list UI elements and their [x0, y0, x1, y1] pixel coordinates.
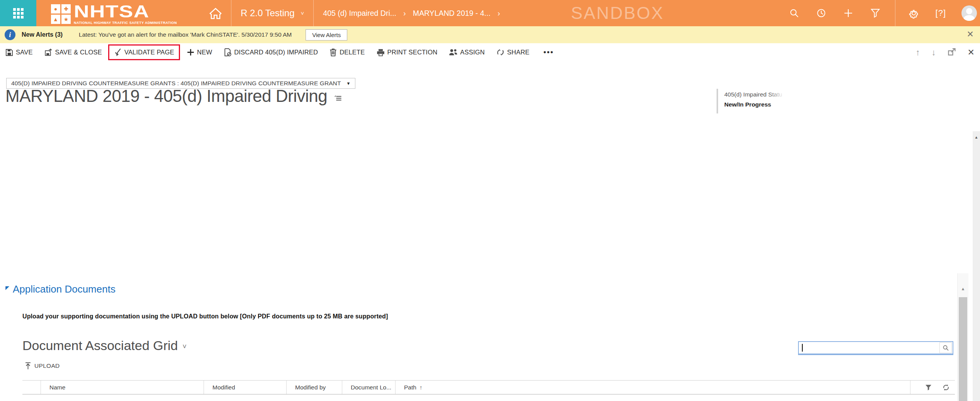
scroll-up-icon[interactable]: ▲	[973, 135, 980, 139]
save-and-close-button[interactable]: SAVE & CLOSE	[44, 48, 102, 56]
chevron-down-icon: ˅	[301, 10, 304, 17]
chevron-right-icon: ›	[403, 9, 406, 18]
scroll-up-icon[interactable]: ▲	[958, 286, 968, 291]
app-name-menu[interactable]: R 2.0 Testing ˅	[241, 8, 304, 19]
user-avatar[interactable]	[961, 5, 977, 21]
save-icon	[5, 49, 13, 56]
validate-icon	[114, 48, 122, 56]
column-header-name[interactable]: Name	[41, 381, 204, 394]
column-header-modified-by[interactable]: Modified by	[286, 381, 342, 394]
column-header-path[interactable]: Path ↑	[395, 381, 452, 394]
document-search-box	[798, 341, 953, 355]
share-button[interactable]: SHARE	[496, 48, 530, 56]
upload-instruction-text: Upload your supporting documentation usi…	[22, 313, 388, 320]
subgrid-scrollbar-thumb[interactable]	[959, 297, 967, 401]
grid-refresh-icon[interactable]	[943, 384, 949, 391]
status-label: 405(d) Impaired Statu	[724, 91, 787, 98]
brand-name: NHTSA	[74, 3, 203, 20]
save-button[interactable]: SAVE	[5, 49, 33, 56]
upload-arrow-icon	[25, 362, 31, 370]
form-selector-icon[interactable]	[333, 95, 342, 103]
trash-icon	[329, 48, 337, 56]
main-form-scrollbar[interactable]: ▲	[973, 131, 980, 401]
alert-close-icon[interactable]: ✕	[967, 29, 974, 39]
nav-divider	[231, 0, 231, 26]
view-alerts-button[interactable]: View Alerts	[306, 29, 347, 41]
popout-icon[interactable]	[948, 47, 956, 58]
subgrid-scrollbar[interactable]: ▲	[957, 273, 968, 401]
new-button[interactable]: NEW	[187, 49, 212, 56]
previous-record-icon[interactable]: ↑	[916, 48, 920, 57]
validate-page-highlight-box: VALIDATE PAGE	[108, 44, 180, 60]
discard-icon	[224, 48, 231, 56]
settings-gear-icon[interactable]	[909, 8, 919, 18]
nhtsa-logo[interactable]: ● ✚ ▲ ★ NHTSA NATIONAL HIGHWAY TRAFFIC S…	[51, 2, 222, 25]
header-status-field: 405(d) Impaired Statu New/In Progress	[717, 89, 787, 113]
table-select-all-column[interactable]	[22, 381, 41, 394]
home-icon[interactable]	[209, 8, 222, 21]
next-record-icon[interactable]: ↓	[932, 48, 936, 57]
breadcrumb-record[interactable]: MARYLAND 2019 - 4...	[413, 9, 491, 18]
subgrid-title: Document Associated Grid	[22, 338, 178, 353]
command-bar-right-icons: ↑ ↓ ✕	[916, 43, 975, 62]
status-value: New/In Progress	[724, 101, 787, 108]
alert-notification-bar: i New Alerts (3) Latest: You've got an a…	[0, 26, 980, 43]
assign-button[interactable]: ASSIGN	[449, 49, 485, 56]
top-navigation-bar: ● ✚ ▲ ★ NHTSA NATIONAL HIGHWAY TRAFFIC S…	[0, 0, 980, 26]
nav-icons: [?]	[789, 0, 980, 26]
documents-table-header: Name Modified Modified by Document Lo...…	[22, 380, 955, 394]
quick-create-plus-icon[interactable]	[843, 8, 853, 18]
share-icon	[496, 48, 504, 56]
subgrid-view-selector[interactable]: Document Associated Grid ˅	[22, 338, 187, 353]
chevron-right-icon: ›	[498, 9, 500, 18]
more-commands-button[interactable]: •••	[544, 48, 554, 57]
page-title: MARYLAND 2019 - 405(d) Impaired Driving	[5, 86, 327, 106]
column-header-modified[interactable]: Modified	[204, 381, 286, 394]
chevron-down-icon: ˅	[183, 343, 187, 351]
printer-icon	[377, 49, 385, 56]
upload-button[interactable]: UPLOAD	[25, 362, 60, 370]
sort-ascending-icon: ↑	[420, 384, 423, 391]
search-input[interactable]	[803, 342, 939, 354]
nav-divider	[313, 0, 314, 26]
dropdown-arrow-icon: ▼	[346, 81, 350, 86]
print-section-button[interactable]: PRINT SECTION	[377, 49, 438, 56]
column-header-document-location[interactable]: Document Lo...	[342, 381, 395, 394]
assign-people-icon	[449, 49, 457, 56]
page-title-row: MARYLAND 2019 - 405(d) Impaired Driving	[5, 86, 342, 106]
info-icon: i	[5, 29, 15, 40]
avatar-person-icon	[966, 8, 972, 14]
help-icon[interactable]: [?]	[936, 8, 946, 18]
advanced-find-filter-icon[interactable]	[870, 8, 880, 18]
section-application-documents[interactable]: ◤ Application Documents	[5, 283, 115, 295]
form-body: 405(D) IMPAIRED DRIVING COUNTERMEASURE G…	[0, 62, 980, 401]
delete-button[interactable]: DELETE	[329, 48, 365, 56]
column-filler	[452, 381, 910, 394]
breadcrumb-module[interactable]: 405 (d) Impaired Dri...	[323, 9, 396, 18]
validate-page-button[interactable]: VALIDATE PAGE	[114, 48, 174, 56]
plus-icon	[187, 49, 194, 56]
sandbox-watermark: SANDBOX	[571, 3, 664, 23]
nav-divider	[895, 0, 895, 26]
grid-filter-icon[interactable]	[925, 384, 932, 391]
alert-title: New Alerts (3)	[22, 31, 63, 38]
collapse-triangle-icon: ◤	[5, 285, 9, 291]
save-close-icon	[44, 48, 53, 56]
nhtsa-pictogram-grid: ● ✚ ▲ ★	[51, 4, 71, 24]
search-submit-button[interactable]	[939, 342, 952, 353]
command-bar: SAVE SAVE & CLOSE VALIDATE PAGE NEW DISC…	[0, 43, 980, 62]
waffle-icon	[13, 8, 24, 19]
recent-history-icon[interactable]	[816, 8, 826, 18]
discard-button[interactable]: DISCARD 405(D) IMPAIRED	[224, 48, 318, 56]
close-form-icon[interactable]: ✕	[968, 48, 975, 57]
brand-subtext: NATIONAL HIGHWAY TRAFFIC SAFETY ADMINIST…	[74, 21, 177, 25]
app-launcher-button[interactable]	[0, 0, 36, 26]
alert-message: Latest: You've got an alert for the mail…	[79, 31, 292, 38]
search-icon[interactable]	[789, 8, 799, 18]
